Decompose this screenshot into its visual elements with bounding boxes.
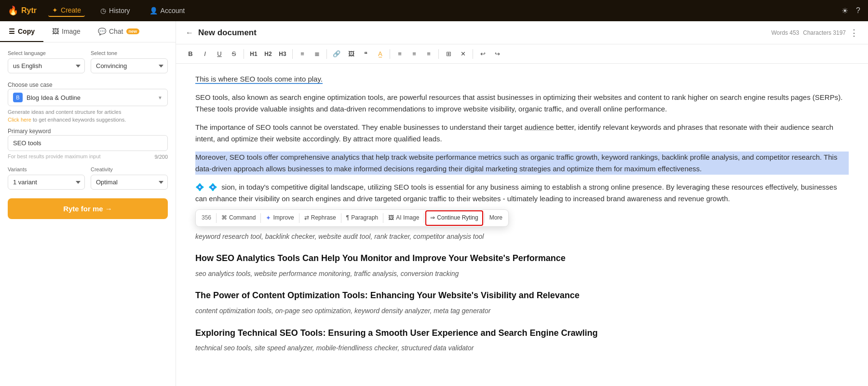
editor-header-right: Words 453 Characters 3197 ⋮ xyxy=(771,28,858,38)
em-2: seo analytics tools, website performance… xyxy=(195,268,849,279)
ft-ai-image-label: AI Image xyxy=(396,213,419,222)
sidebar-tabs: ☰ Copy 🖼 Image 💬 Chat new xyxy=(0,21,176,42)
toolbar-h3[interactable]: H3 xyxy=(276,47,289,61)
variants-label: Variants xyxy=(8,166,85,172)
toolbar-table[interactable]: ⊞ xyxy=(442,47,455,61)
para-3: The importance of SEO tools cannot be ov… xyxy=(195,122,849,145)
para-1-underline: This is where SEO tools come into play. xyxy=(195,75,323,84)
help-icon[interactable]: ? xyxy=(856,6,860,15)
em-4: technical seo tools, site speed analyzer… xyxy=(195,343,849,353)
nav-account[interactable]: 👤 Account xyxy=(146,5,189,16)
chat-tab-icon: 💬 xyxy=(98,28,106,35)
toolbar-align-center[interactable]: ≡ xyxy=(407,47,421,61)
ft-sep-4 xyxy=(341,213,341,223)
use-case-selector[interactable]: B Blog Idea & Outline ▼ xyxy=(8,89,168,106)
toolbar-h1[interactable]: H1 xyxy=(247,47,260,61)
keyword-group: Primary keyword For best results provide… xyxy=(8,126,168,160)
tone-group: Select tone Convincing xyxy=(91,50,168,73)
heading-2: How SEO Analytics Tools Can Help You Mon… xyxy=(195,251,849,265)
ft-paragraph-label: Paragraph xyxy=(351,213,378,222)
use-case-link-text: to get enhanced keywords suggestions. xyxy=(33,117,126,123)
logo-text: Rytr xyxy=(21,6,37,15)
language-select[interactable]: us English xyxy=(8,58,85,73)
toolbar-undo[interactable]: ↩ xyxy=(476,47,489,61)
toolbar-bullet[interactable]: ≡ xyxy=(296,47,309,61)
create-icon: ✦ xyxy=(52,6,58,14)
improve-icon: ✦ xyxy=(266,213,271,223)
use-case-link[interactable]: Click here xyxy=(8,117,31,123)
more-icon[interactable]: ⋮ xyxy=(850,28,858,38)
top-nav: 🔥 Rytr ✦ Create ◷ History 👤 Account ☀ ? xyxy=(0,0,868,21)
sidebar: ☰ Copy 🖼 Image 💬 Chat new Select languag… xyxy=(0,21,176,386)
ryte-button[interactable]: Ryte for me → xyxy=(8,198,168,219)
editor-content[interactable]: This is where SEO tools come into play. … xyxy=(176,64,868,386)
toolbar-h2[interactable]: H2 xyxy=(261,47,275,61)
toolbar-image[interactable]: 🖼 xyxy=(344,47,358,61)
nav-history[interactable]: ◷ History xyxy=(96,5,134,16)
toolbar-align-right[interactable]: ≡ xyxy=(422,47,435,61)
toolbar-highlight[interactable]: A̲ xyxy=(373,47,387,61)
em-3: content optimization tools, on-page seo … xyxy=(195,305,849,316)
em-1: keyword research tool, backlink checker,… xyxy=(195,231,849,242)
tab-chat[interactable]: 💬 Chat new xyxy=(89,21,148,42)
para-1: This is where SEO tools come into play. xyxy=(195,73,849,85)
keyword-counter: 9/200 xyxy=(154,154,168,160)
toolbar-italic[interactable]: I xyxy=(198,47,212,61)
variants-group: Variants 1 variant xyxy=(8,166,85,190)
use-case-group: Choose use case B Blog Idea & Outline ▼ … xyxy=(8,80,168,123)
ft-command-label: Command xyxy=(229,213,256,222)
ft-rephrase[interactable]: ⇄ Rephrase xyxy=(300,211,340,224)
para-3-end: attract more qualified leads. xyxy=(353,135,442,143)
keyword-input[interactable] xyxy=(8,135,168,151)
toolbar-redo[interactable]: ↪ xyxy=(490,47,504,61)
language-label: Select language xyxy=(8,50,85,56)
use-case-hint: Generate ideas and content structure for… xyxy=(8,109,168,115)
toolbar-clear[interactable]: ✕ xyxy=(456,47,470,61)
tab-image[interactable]: 🖼 Image xyxy=(43,21,89,42)
nav-create[interactable]: ✦ Create xyxy=(48,4,85,17)
tab-copy[interactable]: ☰ Copy xyxy=(0,21,43,42)
ft-ai-image[interactable]: 🖼 AI Image xyxy=(384,211,423,224)
ft-more[interactable]: More xyxy=(486,211,506,224)
paragraph-icon: ¶ xyxy=(346,213,349,222)
history-icon: ◷ xyxy=(100,7,106,14)
ft-command[interactable]: ⌘ Command xyxy=(217,211,259,224)
toolbar-link[interactable]: 🔗 xyxy=(330,47,343,61)
creativity-select[interactable]: Optimal xyxy=(91,175,168,190)
para-4-selected: Moreover, SEO tools offer comprehensive … xyxy=(195,152,849,175)
toolbar-numbered[interactable]: ≣ xyxy=(310,47,324,61)
ft-continue-label: Continue Ryting xyxy=(437,213,478,222)
toolbar-quote[interactable]: ❝ xyxy=(359,47,372,61)
toolbar-align-left[interactable]: ≡ xyxy=(393,47,407,61)
toolbar: B I U S H1 H2 H3 ≡ ≣ 🔗 🖼 ❝ A̲ ≡ ≡ ≡ ⊞ ✕ … xyxy=(176,44,868,64)
ft-improve-label: Improve xyxy=(273,213,294,222)
language-tone-row: Select language us English Select tone C… xyxy=(8,50,168,73)
toolbar-underline[interactable]: U xyxy=(213,47,226,61)
command-icon: ⌘ xyxy=(221,213,227,222)
theme-icon[interactable]: ☀ xyxy=(841,6,848,15)
variants-select[interactable]: 1 variant xyxy=(8,175,85,190)
nav-right: ☀ ? xyxy=(841,6,860,15)
ft-paragraph[interactable]: ¶ Paragraph xyxy=(342,211,382,224)
heading-4: Exploring Technical SEO Tools: Ensuring … xyxy=(195,326,849,340)
toolbar-separator-4 xyxy=(390,49,390,59)
logo[interactable]: 🔥 Rytr xyxy=(8,5,37,16)
heading-3: The Power of Content Optimization Tools:… xyxy=(195,289,849,303)
doc-title[interactable]: New document xyxy=(198,28,766,38)
toolbar-bold[interactable]: B xyxy=(184,47,197,61)
toolbar-strikethrough[interactable]: S xyxy=(227,47,241,61)
account-icon: 👤 xyxy=(149,7,158,14)
sidebar-content: Select language us English Select tone C… xyxy=(0,42,176,386)
ft-sep-5 xyxy=(383,213,383,223)
use-case-link-container: Click here to get enhanced keywords sugg… xyxy=(8,117,168,123)
ft-improve[interactable]: ✦ Improve xyxy=(262,211,298,225)
ft-continue-ryting[interactable]: ⇒ Continue Ryting xyxy=(425,210,483,225)
rephrase-icon: ⇄ xyxy=(304,213,309,222)
tone-select[interactable]: Convincing xyxy=(91,58,168,73)
back-arrow-icon[interactable]: ← xyxy=(186,28,193,37)
editor-header: ← New document Words 453 Characters 3197… xyxy=(176,21,868,44)
ft-count: 356 xyxy=(198,211,215,224)
tone-label: Select tone xyxy=(91,50,168,56)
variants-creativity-row: Variants 1 variant Creativity Optimal xyxy=(8,166,168,190)
copy-tab-label: Copy xyxy=(18,28,35,35)
